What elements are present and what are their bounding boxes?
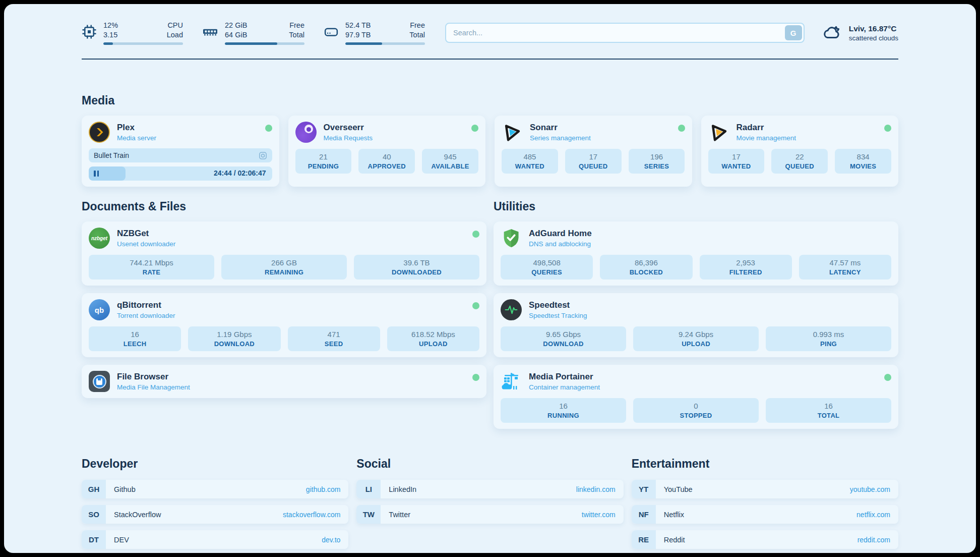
topbar: 12% 3.15 CPU Load [82,17,898,48]
ram-total-label: Total [289,30,304,40]
link-dev[interactable]: DT DEV dev.to [82,530,348,549]
weather-description: scattered clouds [849,34,898,42]
status-dot [884,125,891,132]
stat-value: 86,396 [602,258,690,267]
stat-label: DOWNLOAD [503,340,624,348]
search-provider-button[interactable]: G [785,25,802,40]
plex-title-link[interactable]: Plex Media server [117,123,156,142]
radarr-title-link[interactable]: Radarr Movie management [737,123,797,142]
adguard-title-link[interactable]: AdGuard Home DNS and adblocking [529,229,592,248]
speedtest-title-link[interactable]: Speedtest Speedtest Tracking [529,300,587,319]
portainer-icon[interactable] [501,371,522,392]
app-subtitle: Media server [117,134,156,142]
search-input[interactable] [445,23,805,43]
app-name: NZBGet [117,229,175,239]
stat-label: UPLOAD [389,340,477,348]
filebrowser-title-link[interactable]: File Browser Media File Management [117,372,190,391]
overseerr-title-link[interactable]: Overseerr Media Requests [324,123,373,142]
stat-value: 0.993 ms [768,330,889,339]
link-name: DEV [106,530,129,549]
stat-value: 1.19 Gbps [190,330,278,339]
system-stats: 12% 3.15 CPU Load [82,21,425,45]
stat-label: FILTERED [702,268,790,276]
app-name: File Browser [117,372,190,382]
plex-icon[interactable] [89,122,110,143]
card-sonarr: Sonarr Series management 485WANTED 17QUE… [495,116,692,187]
link-youtube[interactable]: YT YouTube youtube.com [632,480,898,498]
disk-icon [324,24,339,41]
stat-value: 945 [424,152,476,161]
stat-label: MOVIES [837,162,889,170]
qbittorrent-title-link[interactable]: qBittorrent Torrent downloader [117,300,175,319]
screen-frame: 12% 3.15 CPU Load [0,0,980,557]
app-subtitle: DNS and adblocking [529,240,592,248]
app-subtitle: Usenet downloader [117,240,175,248]
link-stackoverflow[interactable]: SO StackOverflow stackoverflow.com [82,505,348,524]
stat-value: 744.21 Mbps [91,258,212,267]
link-github[interactable]: GH Github github.com [82,480,348,498]
link-name: YouTube [656,480,693,498]
link-reddit[interactable]: RE Reddit reddit.com [632,530,898,549]
stat-value: 40 [360,152,413,161]
speedtest-icon[interactable] [501,299,522,320]
bookmark-section: Developer GH Github github.com SO StackO… [82,457,898,553]
ram-free-value: 22 GiB [225,21,247,30]
stat-value: 618.52 Mbps [389,330,477,339]
link-netflix[interactable]: NF Netflix netflix.com [632,505,898,524]
stat-value: 196 [631,152,683,161]
ram-free-label: Free [289,21,304,30]
card-overseerr: Overseerr Media Requests 21PENDING 40APP… [288,116,486,187]
link-twitter[interactable]: TW Twitter twitter.com [356,505,623,524]
now-playing-title: Bullet Train [94,151,129,159]
card-speedtest: Speedtest Speedtest Tracking 9.65 GbpsDO… [494,293,898,357]
now-playing-row: Bullet Train [89,148,272,162]
stat-box: 196SERIES [629,149,685,174]
stat-label: TOTAL [768,412,889,419]
stat-box: 9.24 GbpsUPLOAD [633,326,759,351]
link-name: LinkedIn [381,480,416,498]
app-name: Radarr [737,123,797,133]
qbittorrent-icon[interactable]: qb [89,299,110,320]
cpu-stat: 12% 3.15 CPU Load [82,21,183,45]
stat-box: 40APPROVED [358,149,415,174]
card-plex: Plex Media server Bullet Train 24:44 / 0… [82,116,279,187]
stat-value: 471 [290,330,378,339]
nzbget-icon[interactable]: nzbget [89,228,110,249]
stat-label: BLOCKED [602,268,690,276]
card-nzbget: nzbget NZBGet Usenet downloader 744.21 M… [82,221,486,286]
stat-box: 22QUEUED [771,149,828,174]
app-name: Media Portainer [529,372,600,382]
cpu-usage-label: CPU [167,21,183,30]
portainer-title-link[interactable]: Media Portainer Container management [529,372,600,391]
sonarr-title-link[interactable]: Sonarr Series management [530,123,591,142]
session-icon[interactable] [259,151,267,160]
link-abbr: YT [632,480,656,498]
nzbget-title-link[interactable]: NZBGet Usenet downloader [117,229,175,248]
link-name: Github [106,480,136,498]
stat-label: WANTED [504,162,556,170]
link-name: StackOverflow [106,505,161,524]
stat-value: 17 [567,152,620,161]
link-linkedin[interactable]: LI LinkedIn linkedin.com [356,480,623,498]
stat-label: QUEUED [773,162,826,170]
filebrowser-icon[interactable] [89,371,110,392]
sonarr-icon[interactable] [502,122,523,143]
stat-box: 86,396BLOCKED [600,255,692,280]
stat-value: 2,953 [702,258,790,267]
stat-label: DOWNLOADED [356,268,477,276]
link-abbr: GH [82,480,106,498]
stat-box: 0STOPPED [633,398,759,423]
stat-box: 16LEECH [89,326,181,351]
stat-box: 16RUNNING [501,398,626,423]
stat-box: 9.65 GbpsDOWNLOAD [501,326,626,351]
card-filebrowser: File Browser Media File Management [82,365,486,398]
utilities-column: Utilities AdGuard Home [494,200,898,429]
stat-value: 834 [837,152,889,161]
overseerr-icon[interactable] [295,122,317,143]
entertainment-links: Entertainment YT YouTube youtube.com NF … [632,457,898,553]
card-portainer: Media Portainer Container management 16R… [494,365,898,429]
stat-box: 945AVAILABLE [422,149,478,174]
developer-links: Developer GH Github github.com SO StackO… [82,457,348,553]
adguard-icon[interactable] [501,228,522,249]
radarr-icon[interactable] [708,122,729,143]
